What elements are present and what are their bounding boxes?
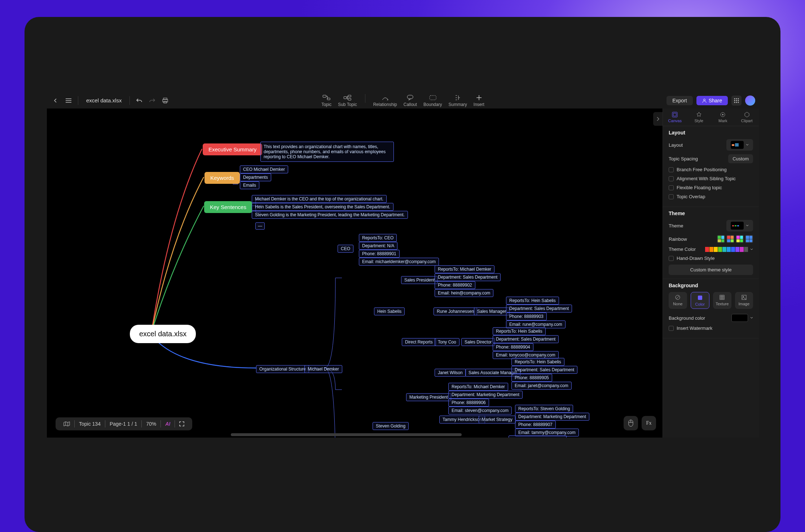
node-key-sentences[interactable]: Key Sentences: [204, 201, 252, 213]
back-button[interactable]: [50, 96, 61, 106]
theme-picker[interactable]: [726, 220, 753, 231]
tool-callout[interactable]: Callout: [404, 94, 417, 107]
tool-boundary[interactable]: Boundary: [423, 94, 442, 107]
sp-detail[interactable]: Email: hein@company.com: [435, 289, 493, 297]
bg-color-swatch[interactable]: [731, 314, 748, 322]
mindmap-canvas[interactable]: excel data.xlsx Executive Summary This t…: [47, 108, 663, 438]
chevron-down-icon[interactable]: [750, 248, 753, 251]
check-alignment[interactable]: Alignment With Sibling Topic: [669, 176, 753, 181]
check-overlap[interactable]: Topic Overlap: [669, 194, 753, 199]
spacing-picker[interactable]: Custom: [728, 154, 753, 163]
tab-style[interactable]: Style: [687, 108, 711, 126]
color-swatch[interactable]: [714, 247, 718, 252]
chevron-down-icon[interactable]: [750, 317, 753, 319]
rainbow-opt-2[interactable]: [726, 235, 734, 243]
collapse-icon[interactable]: —: [255, 222, 265, 230]
sentence-item[interactable]: Steven Golding is the Marketing Presiden…: [252, 211, 408, 219]
custom-theme-button[interactable]: Custom theme style: [669, 265, 753, 275]
mp-detail[interactable]: Department: Marketing Department: [448, 391, 523, 399]
sp-detail[interactable]: ReportsTo: Michael Demker: [435, 265, 494, 273]
node-janet[interactable]: Janet Wilson: [435, 369, 466, 377]
ceo-detail[interactable]: Department: N/A: [359, 242, 397, 250]
node-marketing-president[interactable]: Marketing President: [406, 393, 451, 401]
sp-detail[interactable]: Phone: 88889902: [435, 281, 475, 289]
bg-color[interactable]: Color: [691, 292, 710, 309]
node-rune[interactable]: Rune Johannessen: [434, 307, 477, 315]
rainbow-opt-4[interactable]: [745, 235, 753, 243]
color-swatch[interactable]: [735, 247, 739, 252]
color-swatch[interactable]: [709, 247, 713, 252]
keyword-item[interactable]: Departments: [240, 173, 271, 181]
janet-detail[interactable]: Email: janet@company.com: [511, 382, 572, 390]
node-steven[interactable]: Steven Golding: [373, 422, 409, 430]
node-tammy[interactable]: Tammy Hendrickson: [439, 416, 485, 424]
tab-canvas[interactable]: Canvas: [663, 108, 687, 126]
sentence-item[interactable]: Michael Demker is the CEO and the top of…: [252, 195, 387, 203]
mp-detail[interactable]: ReportsTo: Michael Demker: [448, 383, 508, 391]
redo-button[interactable]: [147, 96, 157, 106]
color-swatch[interactable]: [722, 247, 726, 252]
tammy-detail[interactable]: Department: Marketing Department: [515, 413, 589, 421]
horizontal-scrollbar[interactable]: [231, 433, 462, 436]
node-tammy-role[interactable]: Market Strategy: [479, 416, 516, 424]
rune-detail[interactable]: Phone: 88889903: [506, 312, 547, 320]
node-direct-reports[interactable]: Direct Reports: [402, 338, 436, 346]
ai-button[interactable]: AI: [161, 420, 175, 428]
node-org-structure[interactable]: Organizational Structure: [256, 365, 309, 373]
rainbow-opt-1[interactable]: [717, 235, 725, 243]
zoom-level[interactable]: 70%: [142, 420, 160, 428]
sentence-item[interactable]: Hein Sabelis is the Sales President, ove…: [252, 203, 393, 211]
user-avatar[interactable]: [745, 96, 755, 106]
janet-detail[interactable]: Department: Sales Department: [511, 366, 577, 374]
bg-texture[interactable]: Texture: [713, 292, 731, 309]
page-indicator[interactable]: Page-1 1 / 1: [105, 420, 141, 428]
node-hein[interactable]: Hein Sabelis: [374, 307, 405, 315]
mp-detail[interactable]: Phone: 88889906: [448, 399, 489, 407]
ceo-detail[interactable]: Phone: 88889901: [359, 250, 400, 258]
rune-detail[interactable]: ReportsTo: Hein Sabelis: [506, 297, 559, 305]
fx-button[interactable]: Fx: [642, 416, 656, 430]
tool-topic[interactable]: Topic: [321, 94, 331, 107]
tool-insert[interactable]: Insert: [474, 94, 484, 107]
keyword-item[interactable]: Emails: [240, 181, 259, 189]
topic-count[interactable]: Topic 134: [75, 420, 105, 428]
node-sales-president[interactable]: Sales President: [401, 276, 438, 284]
mouse-mode-button[interactable]: [624, 416, 638, 430]
janet-detail[interactable]: ReportsTo: Hein Sabelis: [511, 358, 564, 366]
color-swatch[interactable]: [705, 247, 709, 252]
color-swatch[interactable]: [744, 247, 748, 252]
rainbow-opt-3[interactable]: [736, 235, 744, 243]
panel-collapse[interactable]: [653, 112, 663, 126]
node-tony[interactable]: Tony Coo: [435, 338, 459, 346]
undo-button[interactable]: [134, 96, 144, 106]
check-watermark[interactable]: Insert Watermark: [669, 325, 753, 331]
keyword-item[interactable]: CEO Michael Demker: [240, 165, 288, 173]
node-ceo[interactable]: CEO: [338, 245, 353, 253]
node-keywords[interactable]: Keywords: [204, 172, 240, 184]
tool-summary[interactable]: Summary: [448, 94, 467, 107]
check-hand-drawn[interactable]: Hand-Drawn Style: [669, 256, 753, 261]
mp-detail[interactable]: Email: steven@company.com: [448, 407, 512, 414]
rune-detail[interactable]: Department: Sales Department: [506, 305, 572, 312]
ceo-detail[interactable]: Email: michaeldemker@company.com: [359, 258, 439, 266]
menu-button[interactable]: [63, 96, 74, 106]
print-button[interactable]: [160, 96, 170, 106]
check-branch-free[interactable]: Branch Free Positioning: [669, 167, 753, 172]
ceo-detail[interactable]: ReportsTo: CEO: [359, 234, 397, 242]
node-rune-role[interactable]: Sales Manager: [474, 307, 510, 315]
node-tony-role[interactable]: Sales Director: [461, 338, 495, 346]
fullscreen-button[interactable]: [175, 420, 189, 428]
extra-detail[interactable]: ReportsTo: Steven Golding: [509, 435, 567, 438]
apps-button[interactable]: [731, 96, 742, 106]
tool-relationship[interactable]: Relationship: [373, 94, 397, 107]
layout-picker[interactable]: [726, 139, 753, 151]
export-button[interactable]: Export: [667, 96, 692, 105]
tool-subtopic[interactable]: Sub Topic: [338, 94, 357, 107]
share-button[interactable]: Share: [696, 96, 728, 105]
tab-mark[interactable]: Mark: [711, 108, 735, 126]
tony-detail[interactable]: Phone: 88889904: [493, 343, 533, 351]
tab-clipart[interactable]: Clipart: [735, 108, 759, 126]
janet-detail[interactable]: Phone: 88889905: [511, 374, 552, 382]
root-node[interactable]: excel data.xlsx: [130, 325, 196, 343]
node-michael[interactable]: Michael Demker: [304, 365, 342, 373]
